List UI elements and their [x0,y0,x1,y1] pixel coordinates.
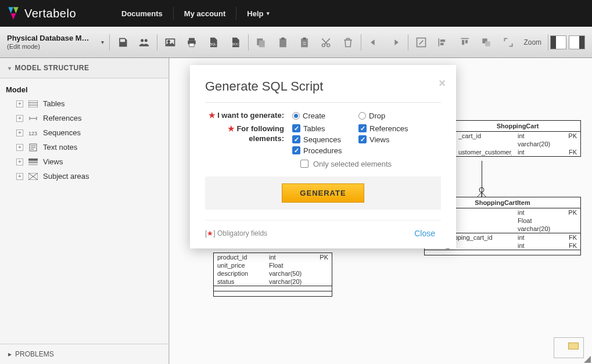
generate-sql-modal: × Generate SQL Script ★I want to generat… [190,65,456,248]
checkbox-only-selected[interactable]: Only selected elements [205,160,441,168]
radio-group-generate: Create Drop [292,111,441,121]
obligatory-hint: [★] Obligatory fields [205,229,267,237]
radio-drop[interactable]: Drop [358,111,411,121]
checkbox-label: References [369,124,408,133]
checkbox-sequences[interactable]: Sequences [292,135,345,144]
label-elements: ★For following elements: [205,124,292,155]
checkbox-icon [300,160,308,168]
radio-icon [292,112,300,120]
form-row-elements: ★For following elements: Tables Referenc… [205,124,441,155]
radio-create[interactable]: Create [292,111,345,121]
checkbox-icon [292,146,300,154]
modal-backdrop: × Generate SQL Script ★I want to generat… [0,0,592,364]
modal-footer: [★] Obligatory fields Close [205,220,441,240]
radio-label: Drop [369,111,385,120]
checkbox-icon [292,124,300,132]
checkbox-tables[interactable]: Tables [292,124,345,133]
label-generate: ★I want to generate: [205,111,292,121]
radio-icon [358,112,366,120]
checkbox-group-elements: Tables References Sequences Views Proced… [292,124,441,155]
checkbox-views[interactable]: Views [358,135,411,144]
radio-label: Create [303,111,325,120]
generate-button[interactable]: GENERATE [282,183,364,203]
checkbox-icon [292,135,300,143]
modal-title: Generate SQL Script [205,79,441,94]
checkbox-label: Sequences [303,135,341,144]
checkbox-icon [358,135,367,143]
checkbox-label: Views [369,135,389,144]
checkbox-label: Only selected elements [313,160,392,168]
divider [205,102,441,103]
checkbox-references[interactable]: References [358,124,411,133]
checkbox-icon [358,124,367,132]
checkbox-label: Procedures [303,146,342,155]
checkbox-label: Tables [303,124,325,133]
form-row-generate: ★I want to generate: Create Drop [205,111,441,121]
generate-button-wrap: GENERATE [205,176,441,210]
close-link[interactable]: Close [408,226,441,240]
checkbox-procedures[interactable]: Procedures [292,146,345,155]
modal-close-button[interactable]: × [439,77,446,90]
